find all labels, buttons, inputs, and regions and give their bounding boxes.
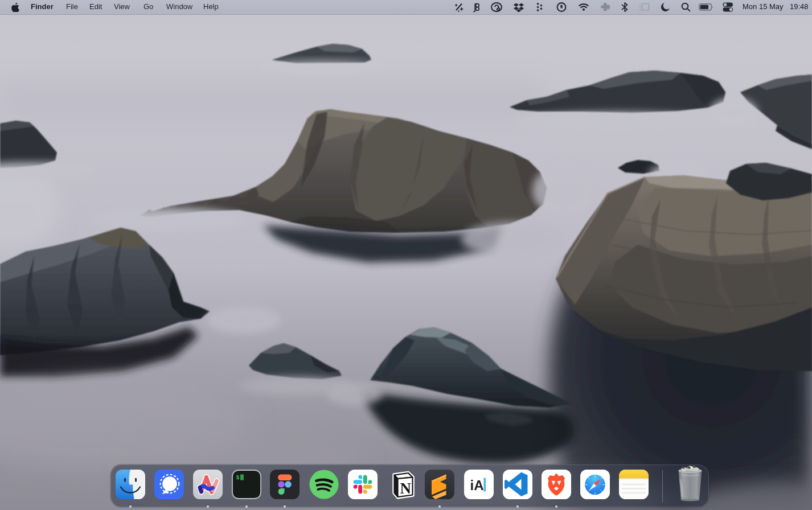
- svg-text:N: N: [400, 480, 412, 497]
- svg-text:$: $: [236, 475, 240, 481]
- svg-text:iA: iA: [470, 478, 484, 493]
